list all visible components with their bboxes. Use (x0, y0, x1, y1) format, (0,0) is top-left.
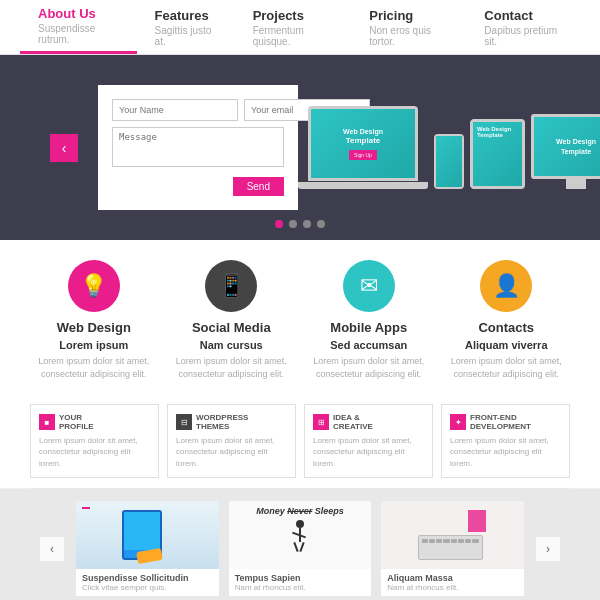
feature-social-media: 📱 Social Media Nam cursus Lorem ipsum do… (168, 260, 296, 380)
monitor-mockup: Web DesignTemplate (531, 114, 600, 189)
bottom-slider-next[interactable]: › (536, 537, 560, 561)
bottom-card-3: Aliquam Massa Nam at rhoncus elit. (381, 501, 524, 596)
mini-card-4-icon: ✦ (450, 414, 466, 430)
feature-mobile-apps: ✉ Mobile Apps Sed accumsan Lorem ipsum d… (305, 260, 433, 380)
nav-item-projects[interactable]: Projects Fermentum quisque. (235, 0, 352, 54)
feature-web-design: 💡 Web Design Lorem ipsum Lorem ipsum dol… (30, 260, 158, 380)
social-media-icon: 📱 (205, 260, 257, 312)
laptop-screen: Web DesignTemplate Sign Up (308, 106, 418, 181)
bottom-cards-grid: Suspendisse Sollicitudin Click vitae sem… (76, 501, 524, 596)
mini-card-3: ⊞ IDEA &CREATIVE Lorem ipsum dolor sit a… (304, 404, 433, 478)
device-mockups: Web DesignTemplate Sign Up Web DesignTem… (298, 106, 600, 189)
dot-4[interactable] (317, 220, 325, 228)
bottom-card-1: Suspendisse Sollicitudin Click vitae sem… (76, 501, 219, 596)
mini-card-2: ⊟ WORDPRESSTHEMES Lorem ipsum dolor sit … (167, 404, 296, 478)
nav-item-about[interactable]: About Us Suspendisse rutrum. (20, 0, 137, 54)
laptop-mockup: Web DesignTemplate Sign Up (298, 106, 428, 189)
feature-contacts: 👤 Contacts Aliquam viverra Lorem ipsum d… (443, 260, 571, 380)
mobile-apps-icon: ✉ (343, 260, 395, 312)
bottom-slider: ‹ Suspendisse Sollicitudin Click vitae s… (0, 489, 600, 600)
features-section: 💡 Web Design Lorem ipsum Lorem ipsum dol… (0, 240, 600, 394)
bottom-slider-prev[interactable]: ‹ (40, 537, 64, 561)
bottom-card-3-image (381, 501, 524, 569)
form-send-button[interactable]: Send (233, 177, 284, 196)
hero-slider: ‹ Send Web DesignTemplate Sign Up (0, 55, 600, 240)
bottom-card-1-image (76, 501, 219, 569)
slider-content: Send Web DesignTemplate Sign Up (78, 85, 600, 210)
card-1-label (82, 507, 90, 509)
nav-item-contact[interactable]: Contact Dapibus pretium sit. (466, 0, 580, 54)
web-design-icon: 💡 (68, 260, 120, 312)
mini-card-1-icon: ■ (39, 414, 55, 430)
bottom-card-2-image: Money Never Sleeps (229, 501, 372, 569)
form-name-input[interactable] (112, 99, 238, 121)
mini-card-2-icon: ⊟ (176, 414, 192, 430)
dot-3[interactable] (303, 220, 311, 228)
navigation: About Us Suspendisse rutrum. Features Sa… (0, 0, 600, 55)
dot-1[interactable] (275, 220, 283, 228)
contact-form: Send (98, 85, 298, 210)
mini-card-1: ■ YOURPROFILE Lorem ipsum dolor sit amet… (30, 404, 159, 478)
slider-dots (275, 220, 325, 228)
mini-cards-section: ■ YOURPROFILE Lorem ipsum dolor sit amet… (0, 394, 600, 488)
form-message-input[interactable] (112, 127, 284, 167)
nav-item-pricing[interactable]: Pricing Non eros quis tortor. (351, 0, 466, 54)
form-name-email-row (112, 99, 284, 121)
features-grid: 💡 Web Design Lorem ipsum Lorem ipsum dol… (30, 260, 570, 380)
phone-mockup (434, 134, 464, 189)
slider-prev-button[interactable]: ‹ (50, 134, 78, 162)
dot-2[interactable] (289, 220, 297, 228)
mini-card-4: ✦ FRONT-ENDDEVELOPMENT Lorem ipsum dolor… (441, 404, 570, 478)
contacts-icon: 👤 (480, 260, 532, 312)
tablet-mockup: Web DesignTemplate (470, 119, 525, 189)
bottom-card-2: Money Never Sleeps Tempus Sapien Nam at … (229, 501, 372, 596)
mini-card-3-icon: ⊞ (313, 414, 329, 430)
nav-item-features[interactable]: Features Sagittis justo at. (137, 0, 235, 54)
